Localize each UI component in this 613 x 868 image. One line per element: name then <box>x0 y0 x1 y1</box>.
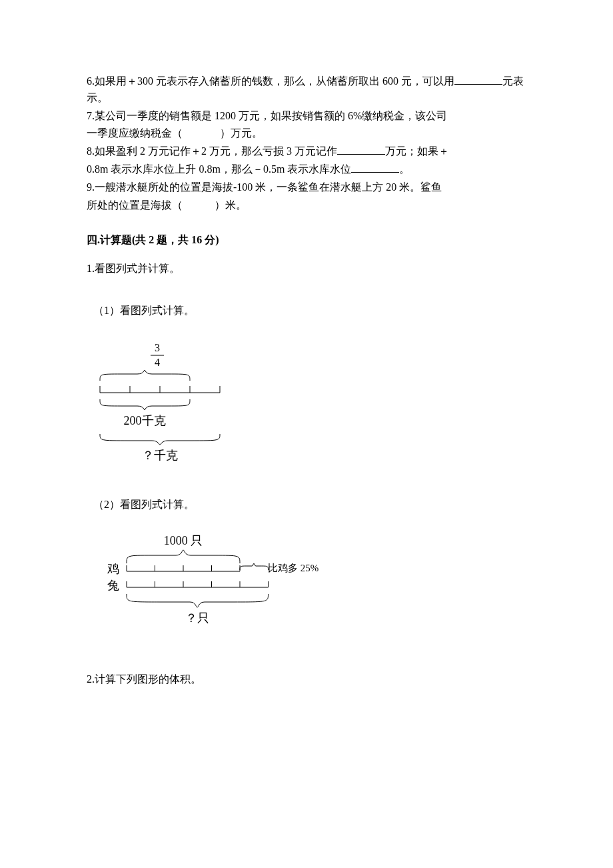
extra-label: 比鸡多 25% <box>268 563 318 573</box>
fill-blank[interactable] <box>351 172 399 173</box>
chicken-label: 鸡 <box>107 562 119 575</box>
question-9-line2: 所处的位置是海拔（）米。 <box>87 197 526 214</box>
text: 。 <box>399 163 410 175</box>
section4-q2: 2.计算下列图形的体积。 <box>87 671 526 688</box>
text: 一季度应缴纳税金（ <box>87 127 183 139</box>
fill-blank[interactable] <box>183 125 220 142</box>
section4-q1-sub1: （1）看图列式计算。 <box>93 303 526 319</box>
text: 6.如果用＋300 元表示存入储蓄所的钱数，那么，从储蓄所取出 600 元，可以… <box>87 75 454 87</box>
question-8-line2: 0.8m 表示水库水位上升 0.8m，那么－0.5m 表示水库水位。 <box>87 161 526 178</box>
document-page: 6.如果用＋300 元表示存入储蓄所的钱数，那么，从储蓄所取出 600 元，可以… <box>0 0 613 740</box>
text: 万元；如果＋ <box>385 145 449 157</box>
diagram-1: 3 4 200千克 ？千克 <box>93 339 253 471</box>
section-4-title: 四.计算题(共 2 题，共 16 分) <box>87 232 526 249</box>
fill-blank[interactable] <box>454 84 502 85</box>
question-9-line1: 9.一艘潜水艇所处的位置是海拔-100 米，一条鲨鱼在潜水艇上方 20 米。鲨鱼 <box>87 179 526 196</box>
fraction-numerator: 3 <box>155 342 160 353</box>
diagram-2: 1000 只 鸡 兔 比鸡多 25% <box>93 533 320 645</box>
text: 0.8m 表示水库水位上升 0.8m，那么－0.5m 表示水库水位 <box>87 163 351 175</box>
top-label: 1000 只 <box>164 534 203 547</box>
question-8-line1: 8.如果盈利 2 万元记作＋2 万元，那么亏损 3 万元记作万元；如果＋ <box>87 143 526 160</box>
bottom-label: ？只 <box>185 611 209 625</box>
text: ）米。 <box>215 199 247 211</box>
question-6: 6.如果用＋300 元表示存入储蓄所的钱数，那么，从储蓄所取出 600 元，可以… <box>87 73 526 107</box>
bottom-label: ？千克 <box>142 449 178 462</box>
fraction-denominator: 4 <box>155 357 160 368</box>
section4-q1: 1.看图列式并计算。 <box>87 261 526 277</box>
rabbit-label: 兔 <box>107 579 119 592</box>
text: ）万元。 <box>220 127 263 139</box>
mid-label: 200千克 <box>124 414 166 427</box>
question-7-line1: 7.某公司一季度的销售额是 1200 万元，如果按销售额的 6%缴纳税金，该公司 <box>87 108 526 125</box>
text: 8.如果盈利 2 万元记作＋2 万元，那么亏损 3 万元记作 <box>87 145 337 157</box>
text: 所处的位置是海拔（ <box>87 199 183 211</box>
section4-q1-sub2: （2）看图列式计算。 <box>93 497 526 513</box>
question-7-line2: 一季度应缴纳税金（ ）万元。 <box>87 125 526 142</box>
fill-blank[interactable] <box>337 154 385 155</box>
